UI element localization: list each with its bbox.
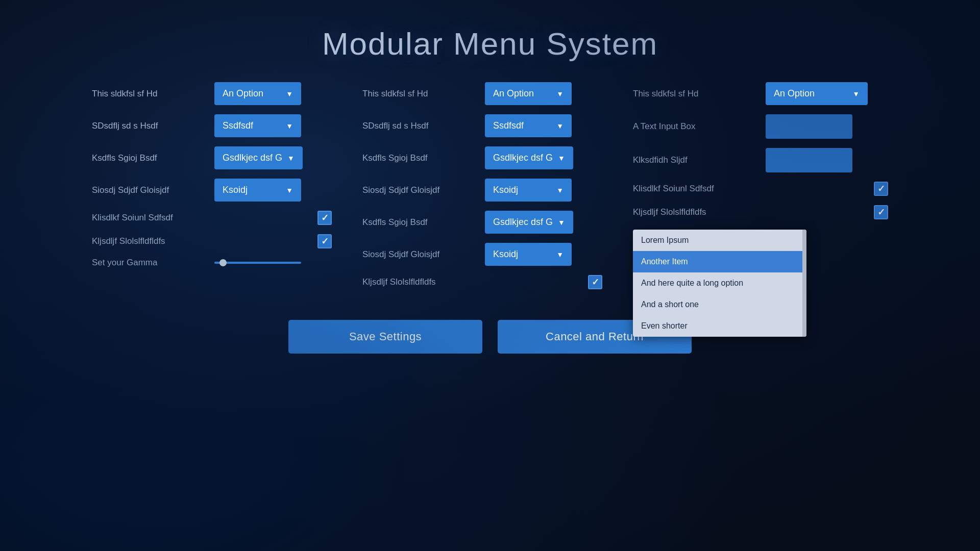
col2-label-1: This sldkfsl sf Hd	[362, 89, 475, 99]
column-3: This sldkfsl sf Hd An Option ▼ A Text In…	[633, 82, 888, 230]
col1-dropdown-4[interactable]: Ksoidj ▼	[214, 179, 301, 202]
col1-label-7: Set your Gamma	[92, 258, 204, 268]
col3-row-5: Kljsdljf Slolslfldfldfs	[633, 205, 888, 219]
col3-label-4: Klisdlkf Soiunl Sdfsdf	[633, 184, 755, 194]
col3-label-2: A Text Input Box	[633, 121, 755, 132]
col1-dropdown-1[interactable]: An Option ▼	[214, 82, 301, 105]
col1-label-3: Ksdfls Sgioj Bsdf	[92, 153, 204, 163]
gamma-slider-track[interactable]	[214, 262, 301, 264]
col1-row-1: This sldkfsl sf Hd An Option ▼	[92, 82, 332, 105]
col2-label-2: SDsdflj sd s Hsdf	[362, 121, 475, 131]
col2-dropdown-1[interactable]: An Option ▼	[485, 82, 572, 105]
listbox-item-4[interactable]: And a short one	[633, 294, 806, 315]
chevron-down-icon: ▼	[558, 218, 565, 227]
col2-row-4: Siosdj Sdjdf Gloisjdf Ksoidj ▼	[362, 179, 602, 202]
col2-label-4: Siosdj Sdjdf Gloisjdf	[362, 185, 475, 195]
col3-row-2: A Text Input Box	[633, 114, 888, 139]
col2-row-2: SDsdflj sd s Hsdf Ssdfsdf ▼	[362, 114, 602, 137]
chevron-down-icon: ▼	[852, 90, 860, 98]
chevron-down-icon: ▼	[286, 122, 293, 130]
bottom-buttons: Save Settings Cancel and Return	[0, 320, 980, 354]
col1-label-2: SDsdflj sd s Hsdf	[92, 121, 204, 131]
save-button[interactable]: Save Settings	[288, 320, 482, 354]
listbox-item-5[interactable]: Even shorter	[633, 315, 806, 337]
col2-dropdown-2[interactable]: Ssdfsdf ▼	[485, 114, 572, 137]
col2-row-1: This sldkfsl sf Hd An Option ▼	[362, 82, 602, 105]
listbox-item-3[interactable]: And here quite a long option	[633, 272, 806, 294]
chevron-down-icon: ▼	[286, 90, 293, 98]
col2-checkbox-1[interactable]	[588, 275, 602, 289]
col1-row-7: Set your Gamma	[92, 258, 332, 268]
text-input-2[interactable]	[766, 148, 852, 172]
chevron-down-icon: ▼	[556, 186, 564, 194]
col3-label-1: This sldkfsl sf Hd	[633, 89, 755, 99]
col1-checkbox-2[interactable]	[317, 234, 332, 248]
col1-dropdown-3[interactable]: Gsdlkjec dsf G ▼	[214, 146, 303, 169]
col3-dropdown-1[interactable]: An Option ▼	[766, 82, 868, 105]
chevron-down-icon: ▼	[286, 186, 293, 194]
chevron-down-icon: ▼	[558, 154, 565, 162]
text-input-1[interactable]	[766, 114, 852, 139]
col1-label-6: Kljsdljf Slolslfldfldfs	[92, 236, 204, 246]
col1-row-6: Kljsdljf Slolslfldfldfs	[92, 234, 332, 248]
listbox-item-1[interactable]: Lorem Ipsum	[633, 230, 806, 251]
col3-checkbox-1[interactable]	[874, 182, 888, 196]
col3-label-5: Kljsdljf Slolslfldfldfs	[633, 207, 755, 217]
col3-row-3: Klksdfidh Sljdf	[633, 148, 888, 172]
col2-dropdown-6[interactable]: Ksoidj ▼	[485, 243, 572, 266]
col2-dropdown-5[interactable]: Gsdlkjec dsf G ▼	[485, 211, 573, 234]
col2-row-5: Ksdfls Sgioj Bsdf Gsdlkjec dsf G ▼	[362, 211, 602, 234]
col2-label-6: Siosdj Sdjdf Gloisjdf	[362, 249, 475, 260]
col2-label-5: Ksdfls Sgioj Bsdf	[362, 217, 475, 228]
chevron-down-icon: ▼	[556, 90, 564, 98]
col2-row-6: Siosdj Sdjdf Gloisjdf Ksoidj ▼	[362, 243, 602, 266]
gamma-slider-thumb[interactable]	[219, 259, 227, 266]
col2-label-7: Kljsdljf Slolslfldfldfs	[362, 277, 475, 287]
col3-row-1: This sldkfsl sf Hd An Option ▼	[633, 82, 888, 105]
col1-row-4: Siosdj Sdjdf Gloisjdf Ksoidj ▼	[92, 179, 332, 202]
col1-row-2: SDsdflj sd s Hsdf Ssdfsdf ▼	[92, 114, 332, 137]
col1-label-4: Siosdj Sdjdf Gloisjdf	[92, 185, 204, 195]
col2-row-3: Ksdfls Sgioj Bsdf Gsdlkjec dsf G ▼	[362, 146, 602, 169]
col1-label-1: This sldkfsl sf Hd	[92, 89, 204, 99]
chevron-down-icon: ▼	[287, 154, 295, 162]
col1-checkbox-1[interactable]	[317, 211, 332, 225]
col1-label-5: Klisdlkf Soiunl Sdfsdf	[92, 213, 204, 223]
col3-label-3: Klksdfidh Sljdf	[633, 155, 755, 165]
col2-dropdown-4[interactable]: Ksoidj ▼	[485, 179, 572, 202]
dropdown-listbox: Lorem Ipsum Another Item And here quite …	[633, 230, 806, 337]
col2-dropdown-3[interactable]: Gsdlkjec dsf G ▼	[485, 146, 573, 169]
col1-dropdown-2[interactable]: Ssdfsdf ▼	[214, 114, 301, 137]
listbox-item-2[interactable]: Another Item	[633, 251, 806, 272]
column-2: This sldkfsl sf Hd An Option ▼ SDsdflj s…	[362, 82, 602, 289]
chevron-down-icon: ▼	[556, 122, 564, 130]
col3-checkbox-2[interactable]	[874, 205, 888, 219]
col3-row-4: Klisdlkf Soiunl Sdfsdf	[633, 182, 888, 196]
page-title: Modular Menu System	[0, 0, 980, 82]
col1-row-3: Ksdfls Sgioj Bsdf Gsdlkjec dsf G ▼	[92, 146, 332, 169]
col1-row-5: Klisdlkf Soiunl Sdfsdf	[92, 211, 332, 225]
col2-row-7: Kljsdljf Slolslfldfldfs	[362, 275, 602, 289]
main-content: This sldkfsl sf Hd An Option ▼ SDsdflj s…	[0, 82, 980, 289]
listbox-scrollbar[interactable]	[802, 230, 806, 337]
chevron-down-icon: ▼	[556, 251, 564, 259]
column-1: This sldkfsl sf Hd An Option ▼ SDsdflj s…	[92, 82, 332, 268]
col2-label-3: Ksdfls Sgioj Bsdf	[362, 153, 475, 163]
